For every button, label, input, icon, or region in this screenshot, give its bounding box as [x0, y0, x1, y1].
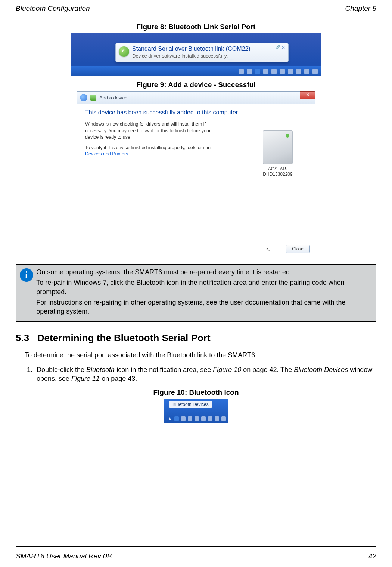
- tray-icon: [263, 69, 268, 74]
- cursor-icon: ↖: [266, 246, 270, 252]
- footer-rule: [16, 546, 376, 547]
- tray-expand-icon: ▲: [168, 416, 172, 421]
- window-titlebar: ← Add a device: [77, 92, 315, 104]
- figure10-caption: Figure 10: Bluetooth Icon: [16, 388, 376, 397]
- balloon-link-icon: 🔗: [276, 45, 280, 49]
- success-heading: This device has been successfully added …: [85, 109, 307, 116]
- tray-icon: [215, 416, 219, 421]
- header-right: Chapter 5: [345, 4, 376, 13]
- tray-icon: [271, 69, 277, 74]
- balloon-title: Standard Serial over Bluetooth link (COM…: [132, 46, 285, 52]
- step-1: Double-click the Bluetooth icon in the n…: [34, 365, 376, 383]
- device-icon: [263, 130, 293, 164]
- tray-icon: [221, 416, 226, 421]
- tray-icon: [239, 69, 244, 74]
- figure10-image: Bluetooth Devices ▲: [164, 399, 228, 423]
- bluetooth-tooltip: Bluetooth Devices: [169, 401, 212, 408]
- success-para1: Windows is now checking for drivers and …: [85, 121, 220, 141]
- taskbar: [71, 66, 321, 76]
- tray-icon: [181, 416, 186, 421]
- device-name: AGSTAR-DHD13302209: [260, 166, 296, 177]
- bluetooth-icon[interactable]: [174, 416, 179, 421]
- info-text: On some operating systems, the SMART6 mu…: [36, 265, 376, 321]
- info-p3: For instructions on re-pairing in other …: [36, 298, 370, 316]
- section-number: 5.3: [16, 332, 29, 343]
- bluetooth-icon: [255, 69, 260, 74]
- system-tray: ▲: [168, 416, 226, 421]
- balloon-subtitle: Device driver software installed success…: [132, 53, 285, 59]
- balloon-close-icon[interactable]: ✕: [281, 45, 285, 50]
- tray-icon: [288, 69, 293, 74]
- footer-left: SMART6 User Manual Rev 0B: [16, 552, 112, 560]
- section-5-3-heading: 5.3 Determining the Bluetooth Serial Por…: [16, 332, 376, 344]
- info-icon: i: [20, 268, 33, 282]
- tray-icon: [304, 69, 309, 74]
- figure9-caption: Figure 9: Add a device - Successful: [16, 81, 376, 89]
- tray-icon: [247, 69, 252, 74]
- window-footer: Close: [286, 245, 310, 253]
- tray-icon: [312, 69, 318, 74]
- window-close-button[interactable]: ✕: [300, 91, 315, 99]
- tray-icon: [188, 416, 192, 421]
- steps-list: Double-click the Bluetooth icon in the n…: [25, 365, 376, 383]
- info-p2: To re-pair in Windows 7, click the Bluet…: [36, 278, 370, 296]
- tray-icon: [195, 416, 199, 421]
- window-title: Add a device: [99, 95, 127, 101]
- page-header: Bluetooth Configuration Chapter 5: [0, 0, 392, 15]
- close-button[interactable]: Close: [286, 245, 310, 253]
- add-device-icon: [90, 95, 96, 101]
- info-callout: i On some operating systems, the SMART6 …: [16, 264, 376, 322]
- header-left: Bluetooth Configuration: [16, 4, 90, 13]
- driver-install-balloon: 🔗 ✕ Standard Serial over Bluetooth link …: [115, 43, 289, 62]
- footer-right: 42: [368, 552, 376, 560]
- tray-icon: [280, 69, 285, 74]
- info-icon-cell: i: [16, 265, 36, 321]
- back-button-icon[interactable]: ←: [80, 94, 87, 101]
- page-footer: SMART6 User Manual Rev 0B 42: [16, 552, 376, 560]
- section-title: Determining the Bluetooth Serial Port: [37, 332, 211, 343]
- figure8-image: 🔗 ✕ Standard Serial over Bluetooth link …: [71, 33, 321, 76]
- figure9-image: ✕ ← Add a device This device has been su…: [77, 91, 315, 257]
- tray-icon: [208, 416, 212, 421]
- section-intro: To determine the serial port associated …: [25, 351, 376, 360]
- devices-and-printers-link[interactable]: Devices and Printers: [85, 151, 128, 157]
- figure8-caption: Figure 8: Bluetooth Link Serial Port: [16, 23, 376, 31]
- tray-icon: [201, 416, 206, 421]
- success-check-icon: [119, 46, 129, 57]
- paired-device: AGSTAR-DHD13302209: [260, 130, 296, 177]
- success-para2: To verify if this device finished instal…: [85, 145, 220, 158]
- info-p1: On some operating systems, the SMART6 mu…: [36, 268, 370, 277]
- page-content: Figure 8: Bluetooth Link Serial Port 🔗 ✕…: [0, 15, 392, 423]
- tray-icon: [296, 69, 301, 74]
